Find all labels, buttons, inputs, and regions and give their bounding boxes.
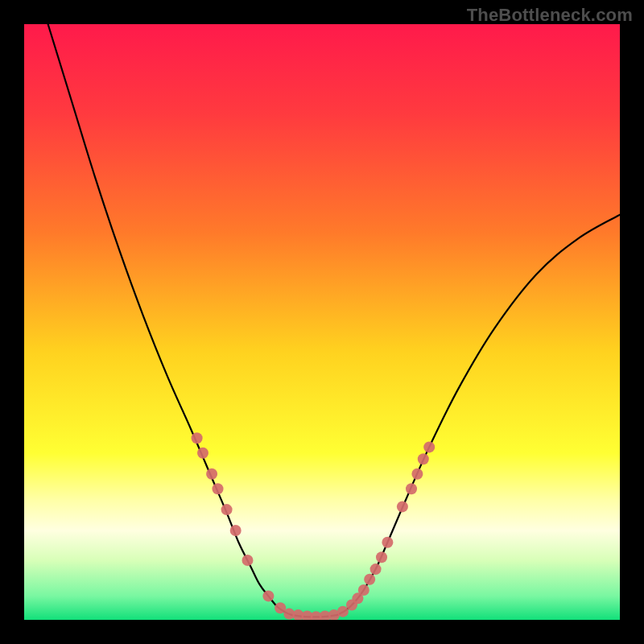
data-marker xyxy=(370,564,382,575)
data-marker xyxy=(192,432,203,444)
data-marker xyxy=(406,483,417,494)
data-marker xyxy=(382,537,393,548)
data-marker xyxy=(376,551,387,563)
plot-area xyxy=(24,24,620,620)
data-marker xyxy=(411,469,423,480)
data-marker xyxy=(423,441,435,452)
data-marker xyxy=(206,469,217,480)
bottleneck-plot xyxy=(24,24,620,620)
data-marker xyxy=(230,525,242,536)
watermark-text: TheBottleneck.com xyxy=(467,5,633,26)
data-marker xyxy=(221,504,233,515)
data-marker xyxy=(197,448,208,459)
data-marker xyxy=(242,555,254,566)
data-marker xyxy=(364,574,375,585)
data-marker xyxy=(262,590,274,601)
chart-stage: TheBottleneck.com xyxy=(0,0,644,644)
data-marker xyxy=(213,483,224,494)
data-marker xyxy=(418,453,429,464)
gradient-background xyxy=(24,24,620,620)
data-marker xyxy=(358,584,369,596)
data-marker xyxy=(397,501,408,512)
